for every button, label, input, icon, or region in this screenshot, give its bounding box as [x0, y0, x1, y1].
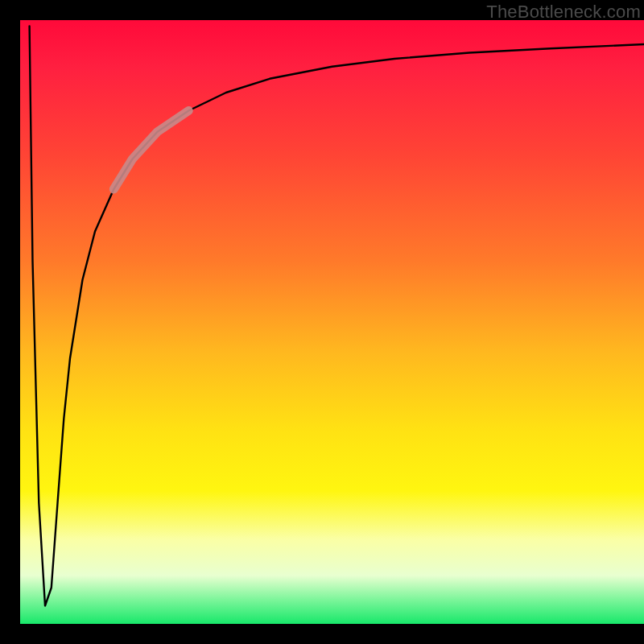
highlight-segment — [114, 111, 188, 190]
plot-area — [20, 20, 644, 624]
chart-frame: TheBottleneck.com — [0, 0, 644, 644]
bottleneck-curve — [30, 27, 644, 606]
chart-svg — [20, 20, 644, 624]
